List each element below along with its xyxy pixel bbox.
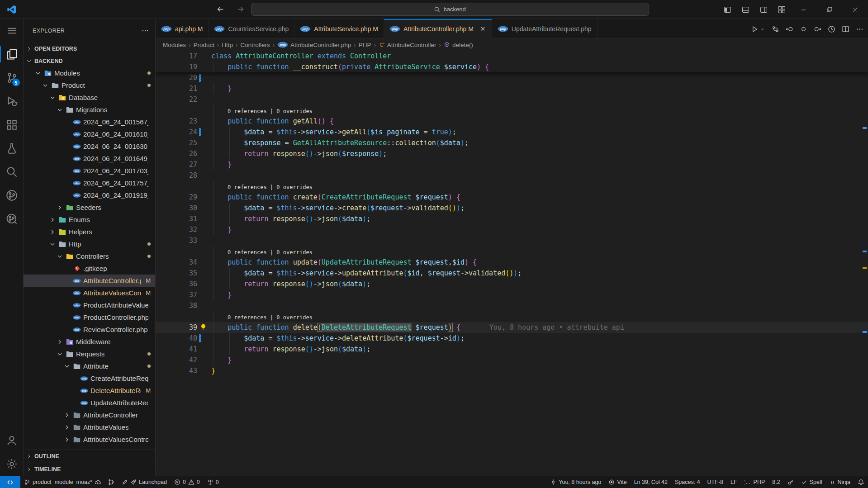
activity-explorer-icon[interactable] (0, 43, 23, 66)
explorer-more-actions-icon[interactable] (142, 27, 149, 34)
toggle-panel-button[interactable] (736, 0, 754, 19)
tree-item-attributevaluescontroller[interactable]: AttributeValuesController (24, 433, 155, 445)
tree-item--gitkeep[interactable]: .gitkeep (24, 262, 155, 275)
codelens-label[interactable]: 0 references | 0 overrides (211, 314, 313, 321)
toggle-primary-sidebar-button[interactable] (718, 0, 736, 19)
tree-item-2024-06-24-001610-create-prod-[interactable]: php2024_06_24_001610_create_prod... (24, 128, 155, 140)
status-gitlens-graph[interactable] (104, 476, 118, 488)
tree-item-attributecontroller-php[interactable]: phpAttributeController.phpM (24, 275, 155, 287)
tree-item-attributevaluescontroller-p-[interactable]: phpAttributeValuesController.p...M (24, 287, 155, 299)
status-ninja[interactable]: Ninja (826, 476, 854, 488)
run-dropdown[interactable] (759, 26, 765, 32)
split-editor-icon[interactable] (842, 25, 849, 33)
tab-attributeservice-php[interactable]: phpAttributeService.php M (294, 19, 384, 39)
status-language-mode[interactable]: {..}PHP (741, 476, 769, 488)
codelens-row[interactable]: 0 references | 0 overrides (156, 246, 868, 257)
status-php-version[interactable]: 8.2 (768, 476, 783, 488)
more-actions-icon[interactable] (856, 25, 863, 33)
breadcrumb-item-attributecontroller[interactable]: AttributeController (379, 42, 436, 48)
codelens-label[interactable]: 0 references | 0 overrides (211, 249, 313, 256)
command-center-search[interactable]: backend (251, 3, 649, 16)
compare-changes-icon[interactable] (772, 25, 779, 33)
timeline-section[interactable]: TIMELINE (24, 463, 155, 476)
activity-gitlens-icon[interactable] (0, 184, 23, 207)
current-change-icon[interactable] (800, 25, 807, 33)
breadcrumb-item-controllers[interactable]: Controllers (240, 42, 270, 48)
toggle-secondary-sidebar-button[interactable] (754, 0, 773, 19)
overview-ruler[interactable] (862, 51, 867, 476)
tree-item-middleware[interactable]: Middleware (24, 336, 155, 348)
next-change-icon[interactable] (814, 25, 821, 33)
outline-section[interactable]: OUTLINE (24, 450, 155, 463)
tree-item-deleteattributerequest-php[interactable]: phpDeleteAttributeRequest.phpM (24, 384, 155, 397)
status-encoding[interactable]: UTF-8 (704, 476, 727, 488)
tree-item-migrations[interactable]: Migrations (24, 104, 155, 116)
status-eol[interactable]: LF (727, 476, 741, 488)
codelens-label[interactable]: 0 references | 0 overrides (211, 108, 313, 114)
customize-layout-button[interactable] (773, 0, 791, 19)
tree-item-requests[interactable]: Requests (24, 348, 155, 360)
status-vite[interactable]: Vite (605, 476, 630, 488)
activity-extensions-icon[interactable] (0, 113, 23, 137)
open-editors-section[interactable]: OPEN EDITORS (24, 43, 155, 55)
previous-change-icon[interactable] (786, 25, 793, 33)
file-history-icon[interactable] (828, 25, 835, 33)
tree-item-controllers[interactable]: Controllers (24, 250, 155, 262)
status-spell-checker[interactable]: Spell (797, 476, 826, 488)
codelens-row[interactable]: 0 references | 0 overrides (156, 311, 868, 322)
close-window-button[interactable] (842, 0, 868, 19)
breadcrumb-item-modules[interactable]: Modules (163, 42, 186, 48)
tree-item-attributecontroller[interactable]: AttributeController (24, 409, 155, 421)
status-intelephense-key[interactable] (784, 476, 797, 488)
tree-item-database[interactable]: Database (24, 91, 155, 104)
breadcrumb-item-delete-[interactable]: delete() (444, 42, 473, 48)
tree-item-helpers[interactable]: Helpers (24, 226, 155, 238)
breadcrumb-item-product[interactable]: Product (193, 42, 214, 48)
status-remote-indicator[interactable] (0, 476, 20, 488)
tree-item-modules[interactable]: Modules (24, 67, 155, 79)
status-indentation[interactable]: Spaces: 4 (671, 476, 704, 488)
workspace-root-section[interactable]: BACKEND (24, 55, 155, 67)
activity-source-control-icon[interactable]: 5 (0, 66, 23, 90)
tree-item-2024-06-24-001703-create-prod-[interactable]: php2024_06_24_001703_create_prod... (24, 165, 155, 177)
breadcrumb-item-attributecontroller-php[interactable]: phpAttributeController.php (277, 42, 351, 48)
tree-item-2024-06-24-001919-create-revie-[interactable]: php2024_06_24_001919_create_revie... (24, 189, 155, 201)
close-icon[interactable] (479, 25, 486, 32)
status-problems[interactable]: 00 (171, 476, 204, 488)
activity-settings-icon[interactable] (0, 452, 23, 476)
status-cursor-position[interactable]: Ln 39, Col 42 (631, 476, 671, 488)
tree-item-reviewcontroller-php[interactable]: phpReviewController.php (24, 323, 155, 336)
codelens-label[interactable]: 0 references | 0 overrides (211, 184, 313, 190)
tree-item-attributevalues[interactable]: AttributeValues (24, 421, 155, 433)
tree-item-http[interactable]: Http (24, 238, 155, 250)
tree-item-updateattributerequest-php[interactable]: phpUpdateAttributeRequest.php (24, 397, 155, 409)
codelens-row[interactable]: 0 references | 0 overrides (156, 181, 868, 192)
maximize-button[interactable] (816, 0, 842, 19)
status-ports[interactable]: 0 (204, 476, 223, 488)
status-blame-summary[interactable]: You, 8 hours ago (546, 476, 605, 488)
status-git-branch[interactable]: product_module_moaz* (20, 476, 104, 488)
activity-menu-icon[interactable] (0, 19, 23, 43)
breadcrumb-item-php[interactable]: PHP (359, 42, 371, 48)
minimize-button[interactable] (791, 0, 816, 19)
codelens-row[interactable]: 0 references | 0 overrides (156, 105, 868, 116)
status-launchpad[interactable]: Launchpad (118, 476, 171, 488)
tab-api-php[interactable]: phpapi.php M (156, 19, 209, 39)
tab-countriesservice-php[interactable]: phpCountriesService.php (209, 19, 294, 39)
tree-item-2024-06-24-001757-create-prod-[interactable]: php2024_06_24_001757_create_prod... (24, 177, 155, 189)
breadcrumb-item-http[interactable]: Http (222, 42, 233, 48)
activity-testing-icon[interactable] (0, 137, 23, 160)
tree-item-attribute[interactable]: Attribute (24, 360, 155, 372)
activity-search-icon[interactable] (0, 160, 23, 184)
activity-accounts-icon[interactable] (0, 429, 23, 452)
tab-updateattributerequest-php[interactable]: phpUpdateAttributeRequest.php (492, 19, 598, 39)
status-notifications[interactable] (854, 476, 868, 488)
tree-item-enums[interactable]: Enums (24, 213, 155, 226)
tree-item-2024-06-24-001649-create-attri-[interactable]: php2024_06_24_001649_create_attri... (24, 152, 155, 165)
code-editor[interactable]: 17class AttributeController extends Cont… (156, 51, 868, 476)
tree-item-product[interactable]: Product (24, 79, 155, 91)
tab-attributecontroller-php[interactable]: phpAttributeController.php M (384, 19, 492, 39)
run-button[interactable] (751, 25, 759, 33)
nav-forward-button[interactable] (234, 4, 246, 15)
activity-run-and-debug-icon[interactable] (0, 90, 23, 113)
